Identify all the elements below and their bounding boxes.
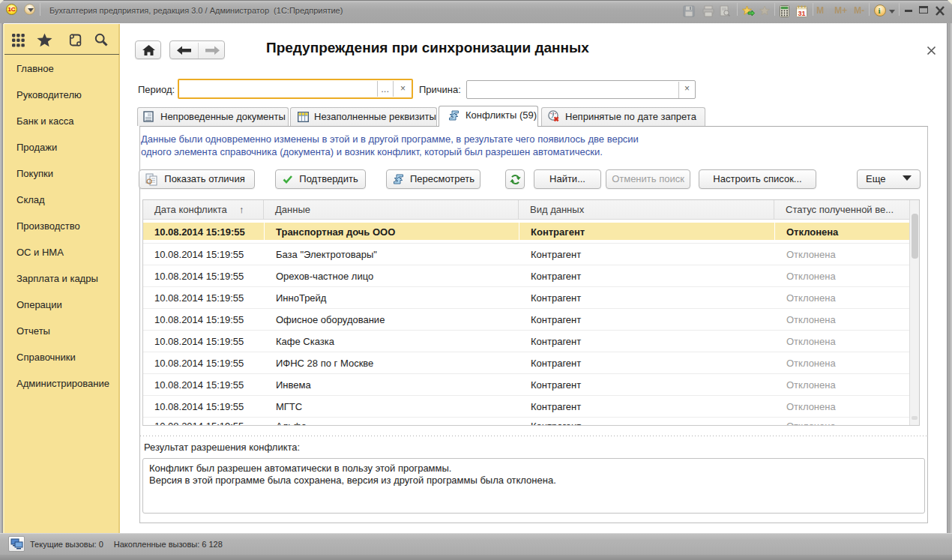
svg-text:31: 31 [798,10,805,17]
